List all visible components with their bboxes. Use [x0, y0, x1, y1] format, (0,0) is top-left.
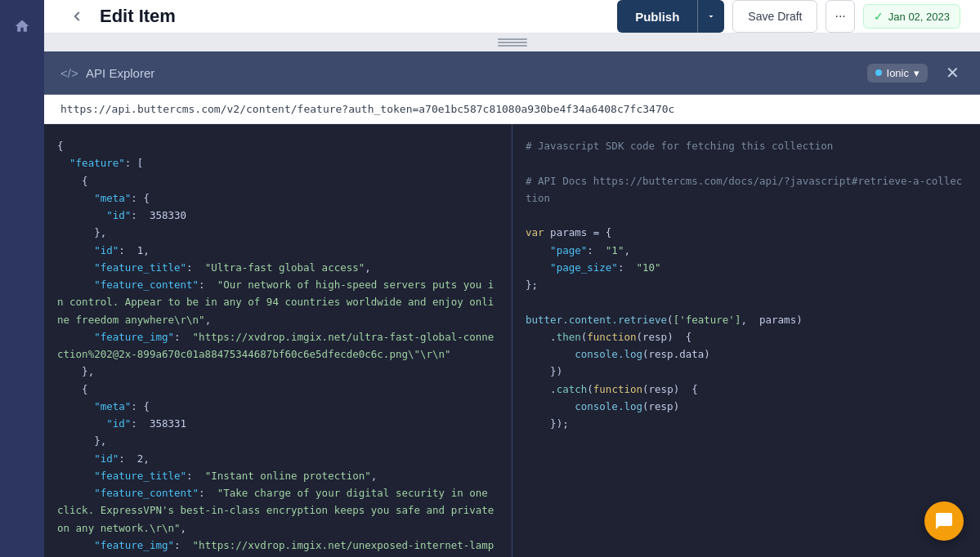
header: Edit Item Publish Save Draft ··· ✓ Jan 0… [44, 0, 980, 33]
sdk-content: # Javascript SDK code for fetching this … [526, 137, 967, 432]
main-content: Edit Item Publish Save Draft ··· ✓ Jan 0… [44, 0, 980, 557]
publish-btn-group: Publish [617, 0, 724, 33]
lang-label: Ionic [887, 67, 909, 79]
drag-line-1 [498, 38, 527, 40]
url-bar: https://api.buttercms.com/v2/content/fea… [44, 95, 980, 124]
publish-dropdown-button[interactable] [697, 0, 724, 33]
header-actions: Publish Save Draft ··· ✓ Jan 02, 2023 [617, 0, 960, 33]
home-icon[interactable] [9, 13, 35, 39]
language-selector[interactable]: Ionic ▾ [867, 64, 928, 82]
check-icon: ✓ [874, 10, 884, 23]
back-button[interactable] [64, 3, 90, 29]
date-badge: ✓ Jan 02, 2023 [863, 4, 960, 29]
drag-lines [498, 38, 527, 47]
api-explorer: </> API Explorer Ionic ▾ ✕ https://api.b… [44, 51, 980, 557]
drag-line-3 [498, 45, 527, 47]
date-label: Jan 02, 2023 [888, 11, 950, 23]
api-url: https://api.buttercms.com/v2/content/fea… [60, 103, 674, 115]
api-explorer-title: </> API Explorer [60, 66, 867, 80]
json-panel[interactable]: { "feature": [ { "meta": { "id": 358330 … [44, 124, 512, 557]
code-panels: { "feature": [ { "meta": { "id": 358330 … [44, 124, 980, 557]
chat-button[interactable] [924, 501, 964, 541]
json-content: { "feature": [ { "meta": { "id": 358330 … [57, 137, 499, 557]
sdk-panel[interactable]: # Javascript SDK code for fetching this … [512, 124, 980, 557]
save-draft-button[interactable]: Save Draft [732, 0, 817, 33]
publish-button[interactable]: Publish [617, 0, 697, 33]
drag-handle[interactable] [44, 33, 980, 51]
page-title: Edit Item [100, 6, 607, 27]
close-button[interactable]: ✕ [941, 61, 964, 84]
more-options-button[interactable]: ··· [826, 0, 854, 33]
sidebar [0, 0, 44, 557]
api-explorer-header: </> API Explorer Ionic ▾ ✕ [44, 51, 980, 95]
more-icon: ··· [835, 9, 845, 24]
code-brackets-icon: </> [60, 66, 78, 80]
lang-dot-icon [875, 69, 882, 76]
lang-dropdown-icon: ▾ [914, 67, 920, 79]
drag-line-2 [498, 42, 527, 43]
